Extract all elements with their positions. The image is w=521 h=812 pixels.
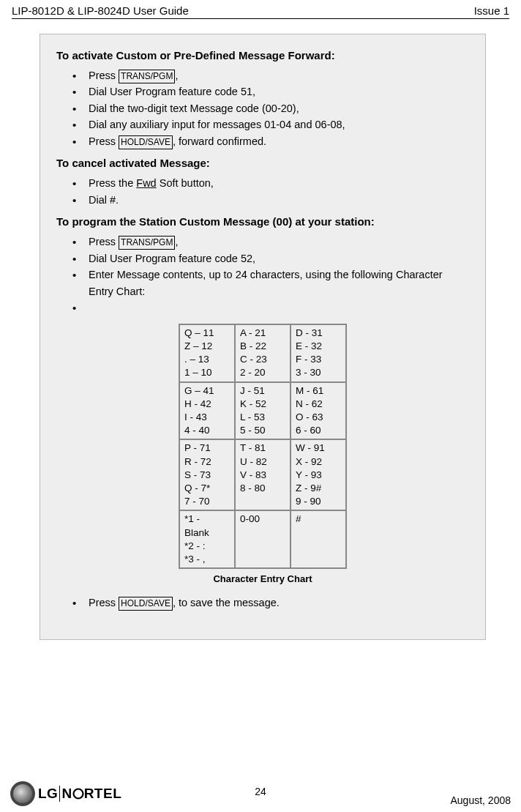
table-row: Q – 11Z – 12. – 131 – 10 A - 21B - 22C -… (179, 324, 346, 382)
list-item: Press TRANS/PGM, (89, 234, 469, 250)
text: Press (89, 597, 119, 608)
list-item: Press HOLD/SAVE, forward confirmed. (89, 133, 469, 149)
entry-chart-table: Q – 11Z – 12. – 131 – 10 A - 21B - 22C -… (179, 324, 347, 570)
list-item: Dial User Program feature code 52, (89, 250, 469, 267)
logo-circle-o-icon (72, 788, 84, 800)
soft-button-fwd: Fwd (136, 177, 156, 189)
table-cell: A - 21B - 22C - 232 - 20 (235, 324, 291, 382)
key-trans-pgm: TRANS/PGM (119, 236, 175, 250)
list-item: Dial #. (89, 192, 469, 208)
table-cell: G – 41H - 42I - 434 - 40 (179, 382, 235, 440)
text: Press the (89, 177, 136, 189)
table-cell: Q – 11Z – 12. – 131 – 10 (179, 324, 235, 382)
text: Press (89, 135, 119, 147)
list-item: Press TRANS/PGM, (89, 67, 469, 83)
table-cell: 0-00 (235, 510, 291, 568)
table-cell: P - 71R - 72S - 73Q - 7*7 - 70 (179, 439, 235, 510)
text: , (175, 236, 178, 247)
heading-cancel: To cancel activated Message: (56, 157, 469, 169)
text: , (175, 70, 178, 81)
text: , to save the message. (173, 597, 280, 608)
character-entry-chart: Q – 11Z – 12. – 131 – 10 A - 21B - 22C -… (56, 324, 469, 570)
footer-date: August, 2008 (450, 794, 511, 806)
chart-caption: Character Entry Chart (56, 573, 469, 584)
key-hold-save: HOLD/SAVE (119, 597, 173, 611)
header-title: LIP-8012D & LIP-8024D User Guide (12, 4, 189, 17)
heading-activate: To activate Custom or Pre-Defined Messag… (56, 49, 469, 62)
text: Press (89, 70, 119, 81)
page-header: LIP-8012D & LIP-8024D User Guide Issue 1 (12, 0, 509, 19)
svg-point-0 (73, 789, 83, 798)
list-item-empty (89, 299, 469, 316)
key-trans-pgm: TRANS/PGM (119, 70, 175, 83)
table-cell: W - 91X - 92Y - 93Z - 9#9 - 90 (291, 439, 346, 510)
list-item: Press the Fwd Soft button, (89, 175, 469, 191)
table-cell: *1 -Blank*2 - :*3 - , (179, 510, 235, 568)
list-program: Press TRANS/PGM, Dial User Program featu… (56, 234, 469, 316)
heading-program: To program the Station Custom Message (0… (56, 215, 469, 228)
text: Press (89, 236, 119, 247)
logo-lg: LG (38, 786, 58, 801)
page: LIP-8012D & LIP-8024D User Guide Issue 1… (0, 0, 521, 812)
table-cell: M - 61N - 62O - 636 - 60 (291, 382, 346, 440)
logo-separator-icon (59, 786, 60, 802)
instruction-panel: To activate Custom or Pre-Defined Messag… (40, 34, 486, 640)
list-cancel: Press the Fwd Soft button, Dial #. (56, 175, 469, 208)
table-row: P - 71R - 72S - 73Q - 7*7 - 70 T - 81U -… (179, 439, 346, 510)
list-item: Dial any auxiliary input for messages 01… (89, 116, 469, 133)
header-issue: Issue 1 (474, 4, 509, 17)
page-number: 24 (255, 786, 266, 797)
logo-globe-icon (10, 781, 35, 806)
list-item: Press HOLD/SAVE, to save the message. (89, 595, 469, 611)
table-row: G – 41H - 42I - 434 - 40 J - 51K - 52L -… (179, 382, 346, 440)
text: , forward confirmed. (173, 135, 266, 147)
list-item: Dial the two-digit text Message code (00… (89, 100, 469, 116)
key-hold-save: HOLD/SAVE (119, 135, 173, 149)
page-footer: LGNRTEL August, 2008 24 (0, 768, 521, 806)
logo-rtel: RTEL (84, 786, 122, 801)
table-cell: J - 51K - 52L - 535 - 50 (235, 382, 291, 440)
list-item: Dial User Program feature code 51, (89, 83, 469, 100)
list-save: Press HOLD/SAVE, to save the message. (56, 595, 469, 611)
text: Soft button, (157, 177, 214, 189)
list-activate: Press TRANS/PGM, Dial User Program featu… (56, 67, 469, 149)
logo-text: LGNRTEL (38, 786, 121, 802)
table-row: *1 -Blank*2 - :*3 - , 0-00 # (179, 510, 346, 568)
logo: LGNRTEL (10, 781, 121, 806)
logo-n: N (61, 786, 72, 801)
table-cell: D - 31E - 32F - 333 - 30 (291, 324, 346, 382)
table-cell: T - 81U - 82V - 838 - 80 (235, 439, 291, 510)
table-cell: # (291, 510, 346, 568)
list-item: Enter Message contents, up to 24 charact… (89, 267, 469, 299)
